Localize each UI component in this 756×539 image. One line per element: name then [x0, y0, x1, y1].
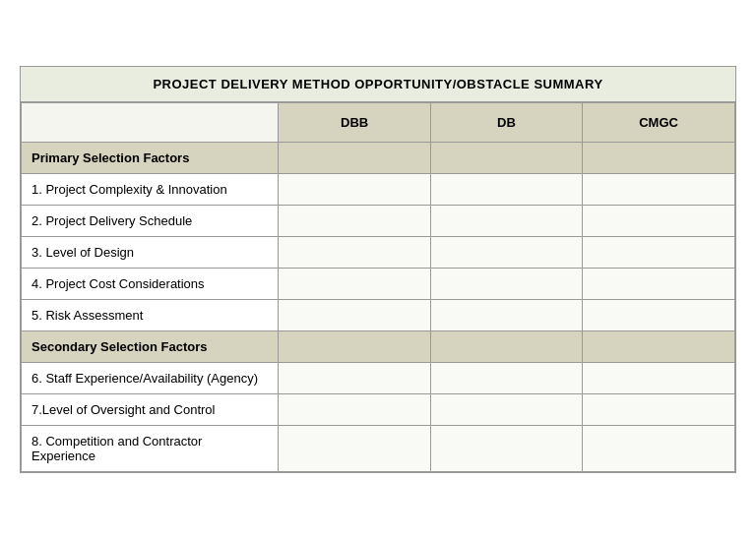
cell-dbb-0-3: [279, 269, 431, 300]
section-header-dbb-0: [279, 143, 431, 174]
section-header-cmgc-0: [583, 143, 735, 174]
header-dbb-col: DBB: [279, 103, 431, 143]
cell-db-0-4: [430, 300, 582, 331]
table-row: 8. Competition and Contractor Experience: [22, 426, 735, 472]
row-label-0-2: 3. Level of Design: [22, 237, 279, 269]
table-row: 6. Staff Experience/Availability (Agency…: [22, 363, 735, 394]
cell-dbb-1-1: [279, 394, 431, 426]
row-label-1-2: 8. Competition and Contractor Experience: [22, 426, 279, 472]
row-label-0-4: 5. Risk Assessment: [22, 300, 279, 331]
cell-db-0-3: [430, 269, 582, 300]
cell-cmgc-0-2: [583, 237, 735, 269]
section-header-dbb-1: [279, 331, 431, 363]
cell-db-1-2: [430, 426, 582, 472]
cell-db-1-0: [430, 363, 582, 394]
header-label-col: [22, 103, 279, 143]
section-header-0: Primary Selection Factors: [22, 143, 735, 174]
table-row: 1. Project Complexity & Innovation: [22, 174, 735, 206]
row-label-0-3: 4. Project Cost Considerations: [22, 269, 279, 300]
cell-dbb-0-2: [279, 237, 431, 269]
section-header-db-1: [430, 331, 582, 363]
row-label-0-0: 1. Project Complexity & Innovation: [22, 174, 279, 206]
cell-dbb-0-4: [279, 300, 431, 331]
cell-cmgc-0-1: [583, 206, 735, 237]
section-header-label-0: Primary Selection Factors: [22, 143, 279, 174]
section-header-db-0: [430, 143, 582, 174]
cell-db-0-1: [430, 206, 582, 237]
cell-cmgc-0-4: [583, 300, 735, 331]
cell-cmgc-0-0: [583, 174, 735, 206]
section-header-label-1: Secondary Selection Factors: [22, 331, 279, 363]
section-header-1: Secondary Selection Factors: [22, 331, 735, 363]
table-title: PROJECT DELIVERY METHOD OPPORTUNITY/OBST…: [21, 67, 735, 102]
cell-cmgc-0-3: [583, 269, 735, 300]
table-row: 2. Project Delivery Schedule: [22, 206, 735, 237]
table-body: Primary Selection Factors1. Project Comp…: [22, 143, 735, 472]
table-header-row: DBB DB CMGC: [22, 103, 735, 143]
row-label-1-0: 6. Staff Experience/Availability (Agency…: [22, 363, 279, 394]
row-label-0-1: 2. Project Delivery Schedule: [22, 206, 279, 237]
summary-table: DBB DB CMGC Primary Selection Factors1. …: [21, 102, 735, 472]
table-row: 3. Level of Design: [22, 237, 735, 269]
cell-dbb-1-0: [279, 363, 431, 394]
cell-cmgc-1-0: [583, 363, 735, 394]
header-cmgc-col: CMGC: [583, 103, 735, 143]
cell-dbb-0-0: [279, 174, 431, 206]
cell-cmgc-1-2: [583, 426, 735, 472]
table-row: 4. Project Cost Considerations: [22, 269, 735, 300]
section-header-cmgc-1: [583, 331, 735, 363]
cell-cmgc-1-1: [583, 394, 735, 426]
main-table-container: PROJECT DELIVERY METHOD OPPORTUNITY/OBST…: [20, 66, 736, 473]
row-label-1-1: 7.Level of Oversight and Control: [22, 394, 279, 426]
cell-dbb-0-1: [279, 206, 431, 237]
table-row: 7.Level of Oversight and Control: [22, 394, 735, 426]
cell-db-1-1: [430, 394, 582, 426]
cell-db-0-0: [430, 174, 582, 206]
cell-db-0-2: [430, 237, 582, 269]
cell-dbb-1-2: [279, 426, 431, 472]
table-row: 5. Risk Assessment: [22, 300, 735, 331]
header-db-col: DB: [430, 103, 582, 143]
